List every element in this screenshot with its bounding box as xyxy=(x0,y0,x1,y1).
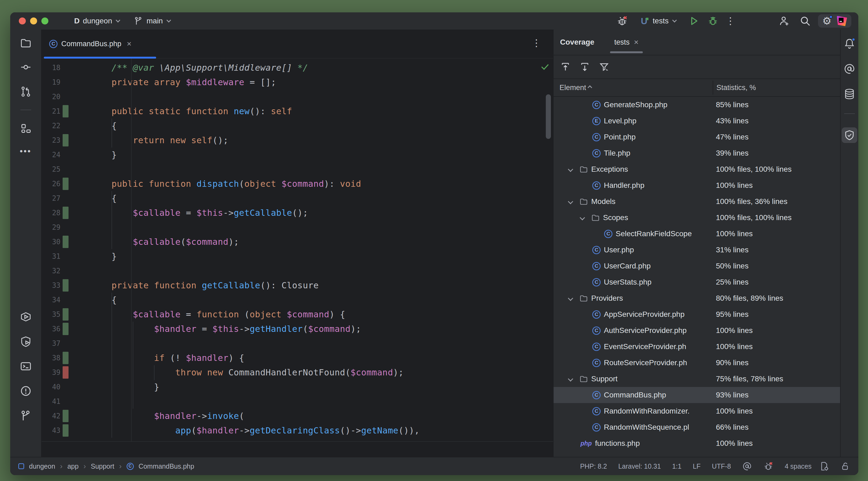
ai-assistant-icon[interactable] xyxy=(843,63,856,75)
code-line-35[interactable]: 35 $callable = function (object $command… xyxy=(42,307,553,322)
line-number[interactable]: 32 xyxy=(42,267,60,275)
run-button[interactable] xyxy=(688,15,699,27)
terminal-icon[interactable] xyxy=(20,360,32,373)
code-line-33[interactable]: 33 private function getCallable(): Closu… xyxy=(42,278,553,293)
code-line-38[interactable]: 38 if (! $handler) { xyxy=(42,351,553,365)
close-window-button[interactable] xyxy=(19,18,26,25)
coverage-row-providers[interactable]: Providers80% files, 89% lines xyxy=(554,290,840,306)
code-editor[interactable]: 18 /** @var \App\Support\Middleware[] */… xyxy=(42,59,553,457)
code-style-file-gear-icon[interactable] xyxy=(819,461,829,471)
coverage-row-functions-php[interactable]: phpfunctions.php100% lines xyxy=(554,435,840,451)
line-number[interactable]: 20 xyxy=(42,93,60,101)
tab-commandbus[interactable]: C CommandBus.php × xyxy=(44,30,139,58)
coverage-row-selectrankfieldscope[interactable]: CSelectRankFieldScope100% lines xyxy=(554,226,840,242)
code-line-30[interactable]: 30 $callable($command); xyxy=(42,234,553,249)
chevron-down-icon[interactable] xyxy=(580,215,585,220)
code-line-19[interactable]: 19 private array $middleware = []; xyxy=(42,75,553,90)
line-number[interactable]: 21 xyxy=(42,107,60,115)
coverage-shield-active[interactable] xyxy=(842,127,857,143)
line-number[interactable]: 40 xyxy=(42,383,60,391)
commit-icon[interactable] xyxy=(20,61,32,73)
php-version[interactable]: PHP: 8.2 xyxy=(580,462,607,470)
code-text[interactable]: { xyxy=(90,295,117,305)
run-configuration-widget[interactable]: U tests xyxy=(639,15,676,26)
indent-setting[interactable]: 4 spaces xyxy=(785,462,812,470)
coverage-row-exceptions[interactable]: Exceptions100% files, 100% lines xyxy=(554,161,840,178)
breadcrumb-app[interactable]: app xyxy=(67,462,79,470)
coverage-row-eventserviceprovider-ph[interactable]: CEventServiceProvider.ph100% lines xyxy=(554,339,840,355)
line-number[interactable]: 39 xyxy=(42,368,60,377)
line-number[interactable]: 29 xyxy=(42,223,60,231)
code-line-36[interactable]: 36 $handler = $this->getHandler($command… xyxy=(42,322,553,336)
line-number[interactable]: 30 xyxy=(42,238,60,246)
coverage-row-randomwithsequence-pl[interactable]: CRandomWithSequence.pl66% lines xyxy=(554,419,840,435)
coverage-row-user-php[interactable]: CUser.php31% lines xyxy=(554,242,840,258)
line-number[interactable]: 42 xyxy=(42,412,60,420)
database-icon[interactable] xyxy=(843,88,856,100)
line-number[interactable]: 37 xyxy=(42,340,60,348)
code-line-29[interactable]: 29 xyxy=(42,220,553,234)
close-coverage-tab-icon[interactable]: × xyxy=(634,38,639,47)
code-with-me-person-plus-icon[interactable] xyxy=(778,15,790,27)
editor-scrollbar-thumb[interactable] xyxy=(546,94,551,139)
structure-icon[interactable] xyxy=(20,123,32,134)
laravel-version[interactable]: Laravel: 10.31 xyxy=(618,462,661,470)
coverage-row-usercard-php[interactable]: CUserCard.php50% lines xyxy=(554,258,840,274)
line-number[interactable]: 24 xyxy=(42,151,60,159)
coverage-row-routeserviceprovider-ph[interactable]: CRouteServiceProvider.ph90% lines xyxy=(554,355,840,371)
coverage-row-commandbus-php[interactable]: CCommandBus.php93% lines xyxy=(554,387,840,403)
coverage-row-point-php[interactable]: CPoint.php47% lines xyxy=(554,129,840,145)
code-text[interactable]: } xyxy=(90,382,159,392)
code-text[interactable]: } xyxy=(90,150,117,160)
chevron-down-icon[interactable] xyxy=(568,167,573,172)
coverage-row-appserviceprovider-php[interactable]: CAppServiceProvider.php95% lines xyxy=(554,306,840,322)
code-text[interactable]: { xyxy=(90,121,117,131)
inspections-ok-check-icon[interactable] xyxy=(540,62,550,72)
coverage-tab-tests[interactable]: tests × xyxy=(610,30,643,55)
pull-requests-icon[interactable] xyxy=(20,86,32,97)
code-text[interactable]: $handler->invoke( xyxy=(90,411,244,421)
line-number[interactable]: 23 xyxy=(42,136,60,144)
close-tab-icon[interactable]: × xyxy=(127,39,132,49)
code-text[interactable]: /** @var \App\Support\Middleware[] */ xyxy=(90,63,308,73)
more-actions-kebab-icon[interactable]: ⋮ xyxy=(725,16,735,26)
code-line-22[interactable]: 22 { xyxy=(42,119,553,133)
coverage-row-userstats-php[interactable]: CUserStats.php25% lines xyxy=(554,274,840,290)
chevron-down-icon[interactable] xyxy=(568,199,573,204)
version-control-icon[interactable] xyxy=(20,410,32,422)
caret-position[interactable]: 1:1 xyxy=(672,462,682,470)
code-text[interactable]: private function getCallable(): Closure xyxy=(90,280,319,290)
code-line-34[interactable]: 34 { xyxy=(42,293,553,307)
project-widget[interactable]: D dungeon xyxy=(74,17,120,25)
vcs-branch-widget[interactable]: main xyxy=(133,16,170,26)
code-line-31[interactable]: 31 } xyxy=(42,249,553,264)
code-line-37[interactable]: 37 xyxy=(42,336,553,351)
line-number[interactable]: 26 xyxy=(42,180,60,188)
coverage-row-randomwithrandomizer-[interactable]: CRandomWithRandomizer.100% lines xyxy=(554,403,840,419)
column-element[interactable]: Element xyxy=(554,84,591,92)
code-line-28[interactable]: 28 $callable = $this->getCallable(); xyxy=(42,205,553,220)
minimize-window-button[interactable] xyxy=(30,18,37,25)
line-number[interactable]: 22 xyxy=(42,122,60,130)
code-line-32[interactable]: 32 xyxy=(42,264,553,278)
code-text[interactable]: } xyxy=(90,251,117,261)
line-number[interactable]: 36 xyxy=(42,325,60,333)
code-text[interactable]: return new self(); xyxy=(90,135,228,146)
coverage-row-authserviceprovider-php[interactable]: CAuthServiceProvider.php100% lines xyxy=(554,322,840,339)
line-number[interactable]: 19 xyxy=(42,78,60,86)
code-line-23[interactable]: 23 return new self(); xyxy=(42,133,553,148)
editor-options-kebab-icon[interactable]: ⋮ xyxy=(532,38,541,48)
line-number[interactable]: 27 xyxy=(42,194,60,202)
line-separator[interactable]: LF xyxy=(693,462,701,470)
coverage-row-generateshop-php[interactable]: CGenerateShop.php85% lines xyxy=(554,97,840,113)
coverage-row-support[interactable]: Support75% files, 78% lines xyxy=(554,371,840,387)
settings-gear-icon[interactable]: ⚙ xyxy=(822,16,832,26)
code-text[interactable]: public static function new(): self xyxy=(90,106,292,116)
breadcrumb-support[interactable]: Support xyxy=(91,462,115,470)
code-line-40[interactable]: 40 } xyxy=(42,380,553,394)
breadcrumb-project[interactable]: dungeon xyxy=(29,462,55,470)
coverage-row-handler-php[interactable]: CHandler.php100% lines xyxy=(554,178,840,193)
no-debug-listener-bug-x-icon[interactable] xyxy=(616,15,628,27)
code-line-25[interactable]: 25 xyxy=(42,162,553,177)
code-line-18[interactable]: 18 /** @var \App\Support\Middleware[] */ xyxy=(42,60,553,75)
